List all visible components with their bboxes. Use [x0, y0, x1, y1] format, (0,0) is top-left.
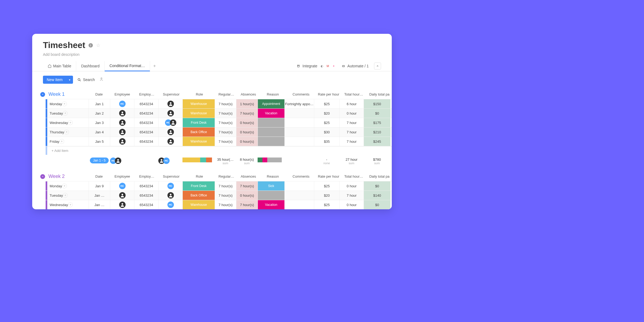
avatar-hc[interactable]: HC [163, 158, 170, 164]
tab-conditional-formatting[interactable]: Conditional Format… [105, 61, 150, 71]
date-cell[interactable]: Jan 1 [89, 99, 110, 108]
reason-cell[interactable] [258, 137, 284, 146]
supervisor-cell[interactable] [158, 191, 182, 200]
total-hours-cell[interactable]: 0 hour [339, 181, 364, 191]
column-header[interactable]: Supervisor [160, 91, 182, 98]
role-cell[interactable]: Front Desk [182, 181, 215, 191]
comments-cell[interactable] [284, 109, 314, 118]
regular-hours-cell[interactable]: 7 hour(s) [215, 137, 236, 146]
absences-cell[interactable]: 1 hour(s) [236, 99, 258, 108]
total-hours-cell[interactable]: 6 hour [339, 99, 364, 108]
collapse-button[interactable] [374, 63, 381, 69]
employee-id-cell[interactable]: 6543234 [134, 109, 158, 118]
add-update-icon[interactable]: + [62, 101, 67, 106]
integrate-button[interactable]: Integrate ◐ M ✦ [297, 64, 336, 68]
total-hours-cell[interactable]: 7 hour [339, 137, 364, 146]
group-collapse-toggle[interactable] [40, 174, 45, 179]
employee-cell[interactable] [110, 127, 134, 137]
date-cell[interactable]: Jan 9 [89, 181, 110, 191]
supervisor-cell[interactable] [158, 99, 182, 108]
rate-cell[interactable]: $20 [314, 109, 339, 118]
total-hours-cell[interactable]: 0 hour [339, 200, 364, 209]
employee-cell[interactable] [110, 191, 134, 200]
employee-id-cell[interactable]: 6543234 [134, 191, 158, 200]
avatar-person[interactable] [167, 101, 174, 107]
automate-button[interactable]: Automate / 1 [342, 64, 369, 68]
column-header[interactable]: Daily total pa [367, 173, 392, 180]
column-header[interactable]: Absences [239, 91, 258, 98]
column-header[interactable]: Employee [111, 91, 133, 98]
supervisor-cell[interactable]: HC [158, 118, 182, 127]
total-hours-cell[interactable]: 7 hour [339, 118, 364, 127]
person-filter[interactable] [99, 77, 104, 83]
daily-total-cell[interactable]: $210 [364, 127, 390, 137]
group-collapse-toggle[interactable] [40, 92, 45, 97]
rate-cell[interactable]: $25 [314, 200, 339, 209]
column-header[interactable]: Total hour… [342, 91, 365, 98]
daily-total-cell[interactable]: $140 [364, 191, 390, 200]
reason-cell[interactable]: Vacation [258, 109, 284, 118]
avatar-person[interactable] [119, 110, 126, 116]
absences-cell[interactable]: 0 hour(s) [236, 137, 258, 146]
daily-total-cell[interactable]: $175 [364, 118, 390, 127]
comments-cell[interactable] [284, 181, 314, 191]
total-hours-cell[interactable]: 7 hour [339, 191, 364, 200]
add-tab-button[interactable]: + [150, 61, 159, 71]
tab-main-table[interactable]: Main Table [43, 61, 76, 71]
regular-hours-cell[interactable]: 7 hour(s) [215, 99, 236, 108]
comments-cell[interactable] [284, 137, 314, 146]
employee-id-cell[interactable]: 6543234 [134, 137, 158, 146]
total-hours-cell[interactable]: 0 hour [339, 109, 364, 118]
absences-cell[interactable]: 7 hour(s) [236, 109, 258, 118]
absences-cell[interactable]: 7 hour(s) [236, 181, 258, 191]
daily-total-cell[interactable]: $0 [364, 200, 390, 209]
reason-cell[interactable] [258, 191, 284, 200]
employee-id-cell[interactable]: 6543234 [134, 127, 158, 137]
role-cell[interactable]: Warehouse [182, 99, 215, 108]
avatar-person[interactable] [119, 192, 126, 199]
table-row[interactable]: Tuesday+Jan …6543234Back Office7 hour(s)… [46, 191, 392, 200]
info-icon[interactable]: i [89, 43, 93, 47]
column-header[interactable]: Absences [239, 173, 258, 180]
new-item-dropdown[interactable]: ▾ [66, 76, 73, 84]
date-cell[interactable]: Jan 2 [89, 109, 110, 118]
table-row[interactable]: Monday+Jan 1HC6543234Warehouse7 hour(s)1… [46, 99, 392, 108]
role-cell[interactable]: Front Desk [182, 118, 215, 127]
avatar-person[interactable] [170, 119, 176, 126]
employee-cell[interactable]: HC [110, 181, 134, 191]
daily-total-cell[interactable]: $245 [364, 137, 390, 146]
column-header[interactable]: Role [185, 173, 214, 180]
employee-id-cell[interactable]: 6543234 [134, 99, 158, 108]
comments-cell[interactable] [284, 127, 314, 137]
supervisor-cell[interactable] [158, 109, 182, 118]
column-header[interactable]: Comments [287, 91, 315, 98]
table-row[interactable]: Monday+Jan 9HC6543234HCFront Desk7 hour(… [46, 181, 392, 191]
table-row[interactable]: Friday+Jan 56543234Warehouse7 hour(s)0 h… [46, 137, 392, 146]
summary-date-range[interactable]: Jan 1 - 5 [90, 158, 109, 163]
column-header[interactable]: Reason [261, 91, 285, 98]
column-header[interactable]: Date [89, 173, 109, 180]
column-header[interactable]: Total hour… [342, 173, 365, 180]
rate-cell[interactable]: $30 [314, 127, 339, 137]
avatar-person[interactable] [167, 192, 174, 199]
employee-id-cell[interactable]: 6543234 [134, 200, 158, 209]
reason-cell[interactable]: Appointment [258, 99, 284, 108]
column-header[interactable]: Reason [261, 173, 285, 180]
date-cell[interactable]: Jan 4 [89, 127, 110, 137]
new-item-button[interactable]: New Item ▾ [43, 76, 73, 84]
date-cell[interactable]: Jan … [89, 200, 110, 209]
column-header[interactable]: Regular… [217, 173, 236, 180]
employee-id-cell[interactable]: 6543234 [134, 181, 158, 191]
add-update-icon[interactable]: + [63, 193, 68, 198]
board-description[interactable]: Add board description [43, 52, 381, 57]
absences-cell[interactable]: 0 hour(s) [236, 191, 258, 200]
daily-total-cell[interactable]: $0 [364, 109, 390, 118]
add-update-icon[interactable]: + [62, 184, 67, 188]
rate-cell[interactable]: $25 [314, 99, 339, 108]
column-header[interactable]: Regular… [217, 91, 236, 98]
add-update-icon[interactable]: + [64, 130, 69, 134]
comments-cell[interactable] [284, 191, 314, 200]
search-button[interactable]: Search [77, 78, 95, 82]
column-header[interactable]: Supervisor [160, 173, 182, 180]
avatar-person[interactable] [119, 138, 126, 145]
